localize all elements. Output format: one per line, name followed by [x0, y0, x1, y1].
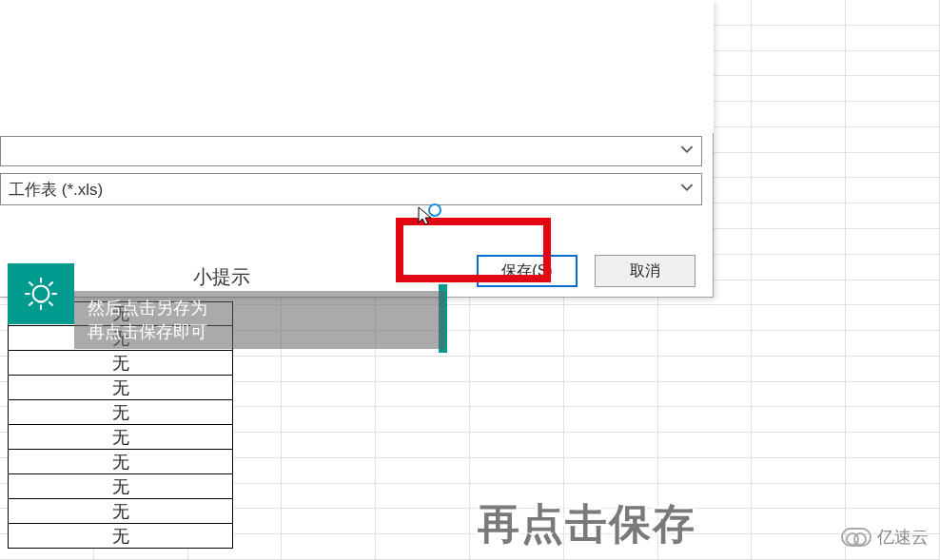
watermark: 亿速云: [841, 526, 929, 549]
save-button[interactable]: 保存(S): [477, 255, 578, 287]
chevron-down-icon[interactable]: [680, 180, 694, 199]
tip-line-2: 再点击保存即可: [88, 320, 432, 343]
table-row[interactable]: 无: [8, 425, 233, 450]
svg-point-0: [33, 286, 49, 302]
lightbulb-icon: [8, 263, 74, 324]
filename-dropdown[interactable]: [0, 136, 702, 166]
table-row[interactable]: 无: [8, 450, 233, 474]
table-row[interactable]: 无: [8, 499, 233, 524]
watermark-text: 亿速云: [877, 526, 929, 549]
filetype-dropdown[interactable]: 工作表 (*.xls): [0, 173, 702, 205]
table-row[interactable]: 无: [8, 376, 233, 400]
tip-title: 小提示: [74, 263, 369, 291]
watermark-logo-icon: [841, 528, 871, 547]
file-browser-pane[interactable]: [0, 0, 714, 133]
video-caption: 再点击保存: [478, 496, 696, 552]
svg-line-5: [29, 281, 32, 285]
tip-body: 然后点击另存为 再点击保存即可: [74, 291, 445, 349]
tip-line-1: 然后点击另存为: [88, 297, 432, 319]
filetype-value: 工作表 (*.xls): [9, 179, 103, 201]
cancel-button-label: 取消: [630, 261, 660, 281]
table-row[interactable]: 无: [8, 351, 233, 376]
svg-line-8: [49, 281, 52, 285]
tip-banner: 小提示 然后点击另存为 再点击保存即可: [8, 263, 445, 349]
table-row[interactable]: 无: [8, 524, 233, 549]
save-as-dialog: 工作表 (*.xls) 保存(S) 取消: [0, 0, 714, 298]
table-row[interactable]: 无: [8, 474, 233, 499]
svg-line-6: [49, 301, 52, 305]
table-row[interactable]: 无: [8, 400, 233, 425]
cancel-button[interactable]: 取消: [595, 255, 695, 287]
mouse-cursor: [417, 205, 436, 232]
save-button-label: 保存(S): [501, 261, 552, 281]
svg-line-7: [29, 301, 32, 305]
dialog-button-row: 保存(S) 取消: [477, 255, 695, 287]
chevron-down-icon[interactable]: [680, 143, 694, 160]
